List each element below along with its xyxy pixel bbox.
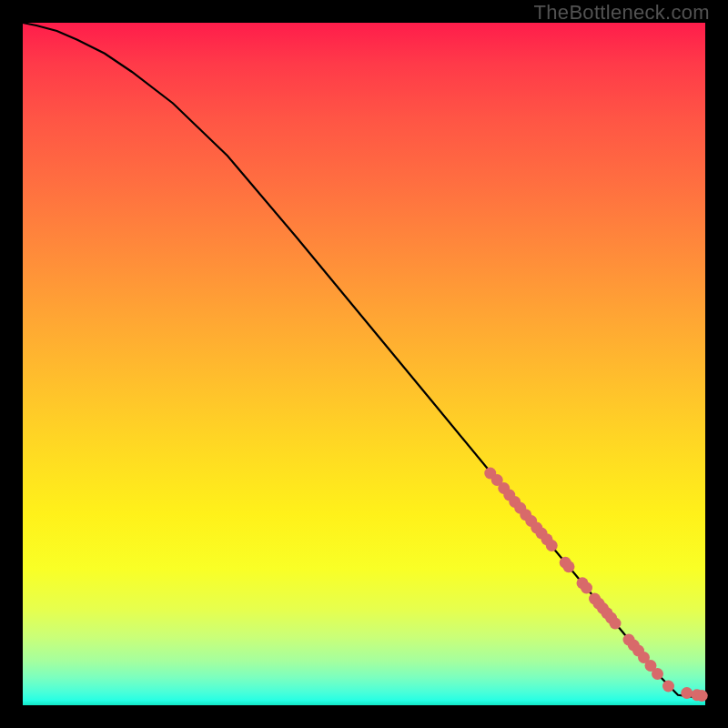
chart-overlay-svg xyxy=(23,23,705,705)
scatter-point xyxy=(581,582,592,594)
scatter-point xyxy=(696,690,708,702)
curve-line xyxy=(23,23,705,699)
scatter-point xyxy=(681,687,693,699)
scatter-point xyxy=(563,561,575,572)
scatter-point xyxy=(546,540,558,551)
scatter-points xyxy=(484,468,708,703)
scatter-point xyxy=(610,618,622,630)
watermark-label: TheBottleneck.com xyxy=(534,1,710,25)
scatter-point xyxy=(662,681,674,693)
chart-frame: TheBottleneck.com xyxy=(0,0,728,728)
scatter-point xyxy=(652,668,663,680)
